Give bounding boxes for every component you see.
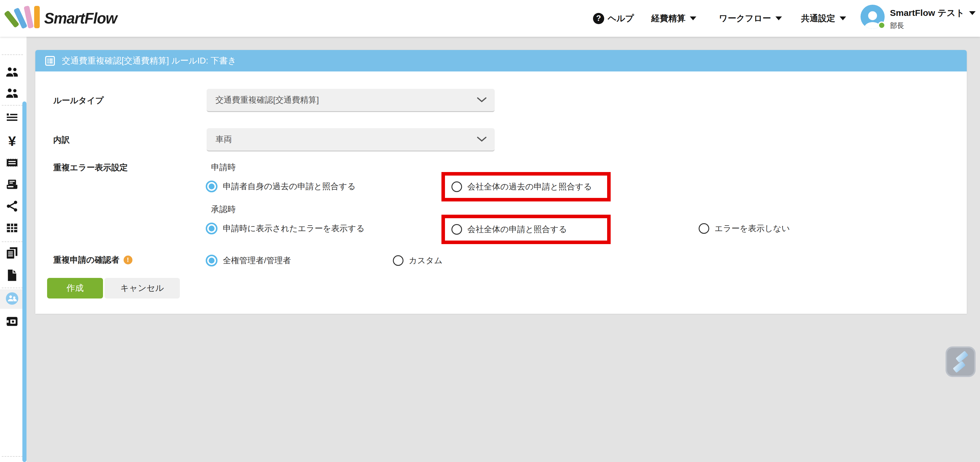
radio-unselected-icon[interactable] (452, 181, 462, 192)
breakdown-label: 内訳 (53, 128, 70, 151)
radio-label[interactable]: エラーを表示しない (714, 223, 790, 234)
sidebar-item-file[interactable] (5, 268, 19, 282)
cancel-button[interactable]: キャンセル (105, 278, 180, 298)
online-status-dot (878, 21, 886, 29)
sidebar-item-receipt-printer[interactable] (5, 177, 19, 191)
nav-workflow-menu[interactable]: ワークフロー (719, 0, 782, 37)
share-icon (5, 199, 19, 213)
radio-application-company-history[interactable]: 会社全体の過去の申請と照合する (452, 180, 592, 193)
card-title: 交通費重複確認[交通費精算] ルールID: 下書き (62, 55, 236, 67)
card-title-bar: 交通費重複確認[交通費精算] ルールID: 下書き (35, 50, 967, 71)
radio-confirmer-admin[interactable]: 全権管理者/管理者 (206, 254, 291, 267)
card-reader-icon (5, 315, 19, 328)
top-header: SmartFlow ? ヘルプ 経費精算 ワークフロー 共通設定 SmartFl… (0, 0, 980, 37)
file-icon (5, 268, 19, 282)
rule-list-icon (43, 54, 57, 67)
create-button[interactable]: 作成 (47, 278, 103, 298)
members-alt-icon (5, 87, 19, 100)
user-role: 部長 (890, 21, 975, 30)
sidebar-item-community-active[interactable] (5, 291, 19, 306)
confirmer-label: 重複申請の確認者 (53, 254, 119, 265)
breakdown-value: 車両 (215, 134, 232, 145)
highlight-box-approval-company: 会社全体の申請と照合する (441, 215, 611, 244)
list-icon (5, 111, 19, 124)
radio-label[interactable]: 申請時に表示されたエラーを表示する (223, 223, 364, 234)
sidebar-divider (2, 54, 23, 55)
dup-error-label: 重複エラー表示設定 (53, 163, 128, 173)
rule-type-value: 交通費重複確認[交通費精算] (215, 94, 319, 106)
chevron-down-icon (775, 16, 782, 20)
user-name: SmartFlow テスト (890, 7, 965, 19)
rule-form: ルールタイプ 交通費重複確認[交通費精算] 内訳 車両 重複エラー表示設定 申請… (35, 71, 967, 314)
chevron-down-icon (476, 136, 487, 143)
radio-unselected-icon[interactable] (393, 255, 404, 266)
members-icon (5, 65, 19, 79)
nav-common-settings-menu[interactable]: 共通設定 (801, 0, 846, 37)
smartflow-logo[interactable]: SmartFlow (8, 4, 117, 32)
radio-selected-icon[interactable] (206, 222, 218, 234)
application-time-heading: 申請時 (211, 162, 236, 173)
sidebar-item-table[interactable] (5, 221, 19, 235)
yen-icon: ¥ (8, 134, 16, 148)
radio-unselected-icon[interactable] (452, 224, 462, 235)
nav-common-settings-label: 共通設定 (801, 13, 835, 24)
radio-approval-company-match[interactable]: 会社全体の申請と照合する (452, 223, 567, 236)
help-menu[interactable]: ? ヘルプ (593, 0, 634, 37)
sidebar-item-members-alt[interactable] (5, 86, 19, 101)
sidebar-divider (2, 241, 23, 242)
receipt-icon (5, 156, 19, 169)
warning-icon: ! (124, 256, 132, 264)
sidebar-item-members[interactable] (5, 65, 19, 79)
radio-unselected-icon[interactable] (698, 223, 709, 234)
sidebar-item-yen[interactable]: ¥ (5, 134, 19, 148)
chevron-down-icon (690, 16, 696, 20)
nav-expense-label: 経費精算 (651, 13, 686, 24)
rule-type-label: ルールタイプ (53, 89, 103, 112)
sidebar-item-list[interactable] (5, 110, 19, 124)
smartflow-floating-button[interactable] (945, 346, 975, 377)
sidebar-divider (2, 287, 23, 288)
sidebar-scrollbar[interactable] (22, 102, 27, 462)
highlight-box-application-company: 会社全体の過去の申請と照合する (441, 172, 611, 202)
radio-approval-show-application-errors[interactable]: 申請時に表示されたエラーを表示する (206, 222, 364, 235)
sidebar-divider (2, 456, 23, 457)
sidebar-item-share[interactable] (5, 199, 19, 213)
smartflow-logo-icon (8, 5, 41, 32)
help-icon: ? (593, 13, 604, 24)
breakdown-select[interactable]: 車両 (207, 128, 495, 151)
radio-label[interactable]: カスタム (409, 255, 442, 266)
confirmer-label-row: 重複申請の確認者 ! (53, 255, 132, 265)
nav-expense-menu[interactable]: 経費精算 (651, 0, 696, 37)
smartflow-s-icon (949, 350, 972, 373)
sidebar-item-receipt[interactable] (5, 156, 19, 170)
radio-label[interactable]: 申請者自身の過去の申請と照合する (223, 181, 355, 192)
radio-application-self-history[interactable]: 申請者自身の過去の申請と照合する (206, 180, 355, 193)
radio-selected-icon[interactable] (206, 255, 218, 267)
radio-confirmer-custom[interactable]: カスタム (393, 254, 442, 267)
user-menu[interactable]: SmartFlow テスト 部長 (890, 7, 975, 30)
brand-name: SmartFlow (44, 10, 117, 27)
radio-selected-icon[interactable] (206, 181, 218, 192)
approval-time-heading: 承認時 (211, 204, 236, 215)
logo-bar-orange (34, 6, 40, 28)
radio-approval-no-error[interactable]: エラーを表示しない (698, 222, 790, 235)
rule-type-select[interactable]: 交通費重複確認[交通費精算] (207, 89, 495, 112)
sidebar-item-card-reader[interactable] (5, 314, 19, 329)
nav-workflow-label: ワークフロー (719, 13, 771, 24)
radio-label[interactable]: 会社全体の過去の申請と照合する (467, 181, 592, 192)
sidebar-item-documents[interactable] (5, 246, 19, 260)
chevron-down-icon (840, 16, 846, 20)
radio-label[interactable]: 全権管理者/管理者 (223, 255, 291, 266)
sidebar-divider (2, 105, 23, 106)
chevron-down-icon (969, 11, 975, 15)
rule-settings-card: 交通費重複確認[交通費精算] ルールID: 下書き ルールタイプ 交通費重複確認… (35, 50, 967, 314)
user-avatar[interactable] (861, 5, 885, 29)
sidebar: ¥ (0, 37, 27, 462)
radio-label[interactable]: 会社全体の申請と照合する (467, 224, 567, 235)
help-label: ヘルプ (608, 13, 634, 24)
chevron-down-icon (476, 97, 487, 103)
receipt-printer-icon (5, 178, 19, 191)
table-icon (5, 221, 19, 235)
community-icon (5, 292, 19, 305)
documents-icon (5, 246, 19, 260)
